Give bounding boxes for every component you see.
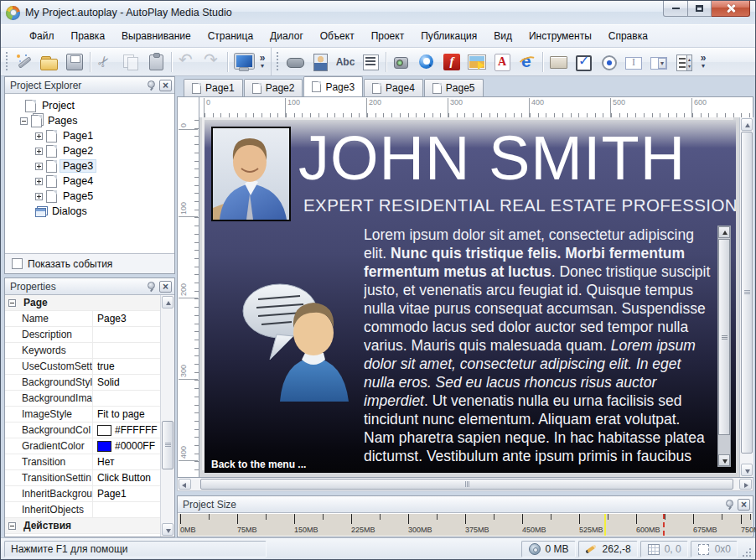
collapse-icon[interactable] [20,117,28,125]
copy-button[interactable] [118,50,143,74]
scroll-right-arrow[interactable] [739,479,752,490]
tree-item-dialogs[interactable]: Dialogs [10,204,173,219]
property-row-gradientcolor[interactable]: GradientColor #0000FF [5,438,160,454]
scroll-up-arrow[interactable] [162,296,173,309]
scroll-left-arrow[interactable] [179,479,191,490]
minimize-button[interactable] [663,1,688,17]
pin-icon[interactable] [146,80,157,91]
tab-page4[interactable]: Page4 [364,79,423,96]
menu-help[interactable]: Справка [600,28,656,44]
menu-view[interactable]: Вид [485,28,520,44]
scroll-down-arrow[interactable] [718,454,730,466]
properties-scrollbar[interactable] [160,295,174,537]
image-object-button[interactable] [308,50,333,74]
scroll-up-arrow[interactable] [718,226,730,238]
expand-icon[interactable] [35,148,43,155]
tree-item-project[interactable]: Project [10,98,173,113]
expand-icon[interactable] [35,193,43,200]
pin-icon[interactable] [146,281,157,293]
property-group-page[interactable]: Page [5,295,160,311]
tree-item-page2[interactable]: Page2 [10,143,173,158]
property-row-backgroundimage[interactable]: BackgroundIma [5,391,160,407]
scrollbar-thumb[interactable] [718,239,730,435]
combobox-object-button[interactable] [646,50,671,74]
toolbar-grip[interactable] [5,52,9,72]
paragraph-object[interactable]: Lorem ipsum dolor sit amet, consectetur … [364,226,714,467]
property-row-imagestyle[interactable]: ImageStyle Fit to page [5,407,160,423]
pin-icon[interactable] [724,499,735,511]
button-object-button[interactable] [282,50,308,74]
scroll-down-arrow[interactable] [162,523,173,536]
menu-publication[interactable]: Публикация [412,28,485,44]
close-button[interactable] [712,1,750,17]
pdf-object-button[interactable] [489,50,515,74]
toolbar-overflow-button[interactable] [256,50,269,74]
tab-page1[interactable]: Page1 [184,79,243,96]
property-row-inheritbackground[interactable]: InheritBackgrou Page1 [5,486,160,502]
new-project-button[interactable] [12,50,37,74]
checkbox-object-button[interactable] [571,50,596,74]
scrollbar-thumb[interactable] [162,421,173,469]
panel-close-button[interactable] [159,281,172,293]
property-row-transitionsettings[interactable]: TransitionSettin Click Button [5,470,160,486]
property-row-inheritobjects[interactable]: InheritObjects [5,502,160,518]
paste-button[interactable] [143,50,168,74]
preview-button[interactable] [230,50,256,74]
menu-tools[interactable]: Инструменты [520,28,600,44]
expand-icon[interactable] [35,163,43,170]
open-button[interactable] [37,50,62,74]
property-row-backgroundcolor[interactable]: BackgroundCol #FFFFFF [5,423,160,438]
input-object-button[interactable] [621,50,646,74]
property-row-backgroundstyle[interactable]: BackgroundStyl Solid [5,375,160,391]
tab-page3[interactable]: Page3 [303,76,363,96]
photo-object[interactable] [211,127,291,221]
property-row-description[interactable]: Description [5,327,160,343]
expand-icon[interactable] [35,132,43,140]
redo-button[interactable] [199,50,225,74]
menu-file[interactable]: Файл [21,28,63,44]
tree-item-pages[interactable]: Pages [10,113,173,128]
scrollbar-thumb[interactable] [200,479,733,490]
design-workspace[interactable]: JOHN SMITH EXPERT RESIDENTIAL REAL ESTAT… [199,117,739,477]
property-group-actions[interactable]: Действия [5,518,160,534]
toolbar-grip[interactable] [276,52,280,72]
expand-icon[interactable] [35,178,43,185]
collapse-icon[interactable] [8,522,16,530]
slideshow-object-button[interactable] [464,50,489,74]
scrollbar-thumb[interactable] [741,132,753,454]
scroll-down-arrow[interactable] [741,464,753,476]
scroll-up-arrow[interactable] [741,118,753,131]
panel-close-button[interactable] [738,499,750,511]
label-object-button[interactable]: Abc [333,50,358,74]
menu-project[interactable]: Проект [363,28,413,44]
menu-page[interactable]: Страница [199,28,261,44]
cut-button[interactable] [93,50,118,74]
tree-item-page5[interactable]: Page5 [10,189,173,204]
toolbar-overflow-button[interactable] [696,50,710,74]
titlebar[interactable]: My Project.autoplay - AutoPlay Media Stu… [1,1,755,24]
listbox-object-button[interactable] [671,50,696,74]
tab-page5[interactable]: Page5 [424,79,484,96]
avatar-speech-icon[interactable] [236,276,354,406]
undo-button[interactable] [174,50,199,74]
tree-item-page1[interactable]: Page1 [10,128,173,143]
show-events-checkbox[interactable] [12,258,23,269]
property-row-transition[interactable]: Transition Нет [5,454,160,470]
maximize-button[interactable] [688,1,712,17]
resize-grip[interactable] [740,546,752,557]
tab-page2[interactable]: Page2 [244,79,303,96]
property-row-usecustomsettings[interactable]: UseCustomSett true [5,359,160,375]
subtitle-label[interactable]: EXPERT RESIDENTIAL REAL ESTATE PROFESSIO… [303,195,736,215]
menu-alignment[interactable]: Выравнивание [113,28,199,44]
tree-item-page4[interactable]: Page4 [10,174,173,189]
panel-close-button[interactable] [159,80,172,91]
panel-object-button[interactable] [546,50,571,74]
canvas-vertical-scrollbar[interactable] [739,117,753,477]
property-row-keywords[interactable]: Keywords [5,343,160,359]
save-button[interactable] [62,50,87,74]
video-object-button[interactable] [389,50,414,74]
back-to-menu-label[interactable]: Back to the menu ... [211,459,306,470]
headline-label[interactable]: JOHN SMITH [298,125,730,192]
flash-object-button[interactable] [439,50,464,74]
menu-object[interactable]: Объект [312,28,363,44]
